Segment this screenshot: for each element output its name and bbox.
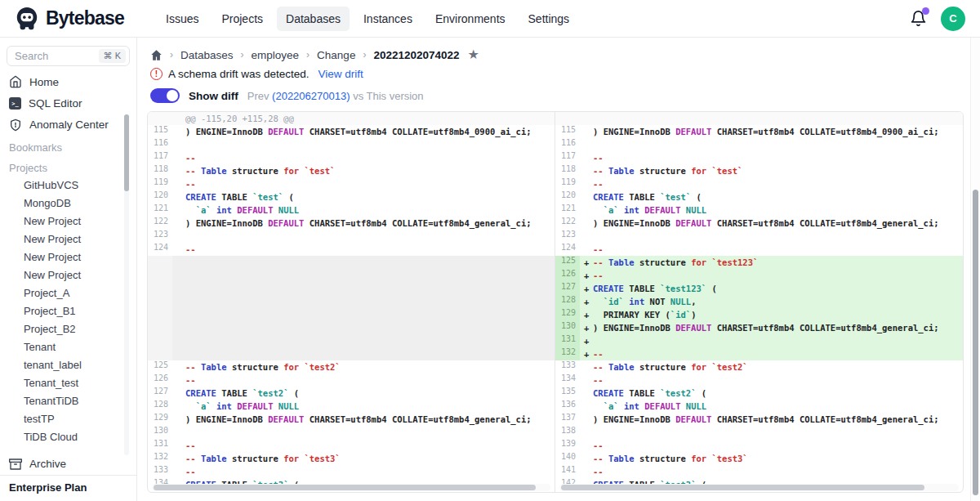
breadcrumb-item-databases[interactable]: Databases xyxy=(180,49,234,61)
code-token: ) ENGINE=InnoDB xyxy=(593,218,675,228)
nav-item-instances[interactable]: Instances xyxy=(354,7,421,31)
code-token: -- xyxy=(593,441,604,450)
notification-dot xyxy=(922,7,929,15)
diff-row: 119-- xyxy=(148,177,555,190)
horizontal-scrollbar-thumb[interactable] xyxy=(561,485,924,490)
show-diff-toggle[interactable] xyxy=(150,88,180,103)
code-token: TABLE xyxy=(624,284,660,293)
project-item[interactable]: GitHubVCS xyxy=(0,177,136,195)
code-token: ( xyxy=(706,284,717,293)
horizontal-scrollbar-thumb[interactable] xyxy=(154,485,536,490)
project-item[interactable]: testTP xyxy=(0,410,136,428)
avatar[interactable]: C xyxy=(941,7,965,31)
nav-item-projects[interactable]: Projects xyxy=(212,7,272,31)
code-token: -- xyxy=(185,454,201,463)
shield-icon xyxy=(9,119,22,132)
diff-row: 123 xyxy=(148,230,555,243)
line-number: 128 xyxy=(555,295,580,308)
code-line: -- Table structure for `test` xyxy=(185,166,335,176)
code-token: TABLE xyxy=(624,388,660,398)
code-token: CHARSET=utf8mb4 COLLATE=utf8mb4_general_… xyxy=(711,414,938,424)
code-token: CHARSET=utf8mb4 COLLATE=utf8mb4_general_… xyxy=(711,218,938,228)
code-line: -- xyxy=(185,153,196,163)
project-item[interactable]: TiDB Cloud xyxy=(0,428,136,446)
diff-row: 121 `a` int DEFAULT NULL xyxy=(555,204,963,217)
search-placeholder: Search xyxy=(15,50,99,62)
nav-item-databases[interactable]: Databases xyxy=(277,7,350,31)
line-number: 118 xyxy=(555,164,580,177)
code-token: CREATE xyxy=(593,284,624,293)
nav-item-settings[interactable]: Settings xyxy=(519,7,579,31)
sidebar-item-archive[interactable]: Archive xyxy=(0,454,136,475)
code-token: structure xyxy=(635,257,692,267)
line-number: 125 xyxy=(555,256,580,269)
diff-row: 140-- Table structure for `test3` xyxy=(555,452,963,465)
code-token: `test123` xyxy=(660,284,706,293)
code-token: DEFAULT xyxy=(644,205,680,215)
view-drift-link[interactable]: View drift xyxy=(318,68,363,80)
line-number: 140 xyxy=(555,452,580,465)
bookmark-star-icon[interactable]: ★ xyxy=(468,48,479,61)
project-item[interactable]: New Project xyxy=(0,212,136,230)
diff-row: 134-- xyxy=(555,374,963,387)
project-item[interactable]: TenantTiDB xyxy=(0,392,136,410)
sidebar-item-sql-editor[interactable]: >_ SQL Editor xyxy=(0,93,136,114)
bookmarks-section-label: Bookmarks xyxy=(0,136,136,156)
line-number: 117 xyxy=(555,151,580,164)
code-token: `test3` xyxy=(304,454,340,463)
line-number xyxy=(148,256,172,269)
project-item[interactable]: Project_B2 xyxy=(0,320,136,338)
breadcrumb-separator: › xyxy=(363,49,366,60)
code-token: structure xyxy=(635,454,692,463)
code-token: `id` xyxy=(604,297,624,306)
nav-item-issues[interactable]: Issues xyxy=(157,7,207,31)
line-number xyxy=(148,308,172,321)
diff-row: 131+ xyxy=(555,334,963,347)
project-item[interactable]: MongoDB xyxy=(0,195,136,212)
diff-row: 121 `a` int DEFAULT NULL xyxy=(148,204,555,217)
code-token: for xyxy=(691,454,706,463)
sidebar-item-home[interactable]: Home xyxy=(0,71,136,92)
code-token: -- xyxy=(185,441,196,450)
project-item[interactable]: Tenant xyxy=(0,338,136,356)
code-token: int xyxy=(624,401,639,411)
breadcrumb-item-employee[interactable]: employee xyxy=(252,49,300,61)
code-token: ) ENGINE=InnoDB xyxy=(185,127,268,136)
sidebar-scrollbar-thumb[interactable] xyxy=(124,114,129,191)
code-token: `a` xyxy=(196,205,212,215)
code-token: `test` xyxy=(252,192,283,202)
bytebase-logo[interactable]: Bytebase xyxy=(15,7,145,31)
notifications-button[interactable] xyxy=(910,10,928,28)
code-token: CREATE xyxy=(593,388,624,398)
project-item[interactable]: Project_A xyxy=(0,284,136,302)
nav-item-environments[interactable]: Environments xyxy=(426,7,514,31)
horizontal-scrollbar-track[interactable] xyxy=(152,484,550,491)
code-token: Table xyxy=(608,454,635,463)
project-item[interactable]: New Project xyxy=(0,266,136,284)
project-item[interactable]: tenant_label xyxy=(0,356,136,374)
breadcrumb-separator: › xyxy=(241,49,244,60)
breadcrumb-item-change[interactable]: Change xyxy=(317,49,355,61)
project-item[interactable]: Tenant_test xyxy=(0,374,136,392)
diff-right-lines: 115) ENGINE=InnoDB DEFAULT CHARSET=utf8m… xyxy=(555,112,963,491)
code-token: `a` xyxy=(196,401,212,411)
prev-version-link[interactable]: (202206270013) xyxy=(272,90,350,102)
code-token: CREATE xyxy=(185,388,216,398)
diff-marker: + xyxy=(580,257,593,267)
sidebar-item-anomaly-center[interactable]: Anomaly Center xyxy=(0,114,136,136)
horizontal-scrollbar-track[interactable] xyxy=(559,484,959,491)
diff-row: @@ -115,20 +115,28 @@ xyxy=(148,112,555,125)
search-input[interactable]: Search ⌘ K xyxy=(7,46,130,66)
line-number xyxy=(148,347,172,360)
page-scrollbar-thumb[interactable] xyxy=(973,190,978,495)
code-token xyxy=(185,205,196,215)
code-line: ) ENGINE=InnoDB DEFAULT CHARSET=utf8mb4 … xyxy=(593,323,939,333)
code-token: for xyxy=(283,454,299,463)
home-breadcrumb-icon[interactable] xyxy=(150,49,163,61)
project-item[interactable]: Project_B1 xyxy=(0,302,136,320)
code-token xyxy=(593,205,604,215)
project-item[interactable]: New Project xyxy=(0,230,136,248)
line-number: 122 xyxy=(555,217,580,230)
diff-row: 124-- xyxy=(148,243,555,256)
project-item[interactable]: New Project xyxy=(0,248,136,266)
